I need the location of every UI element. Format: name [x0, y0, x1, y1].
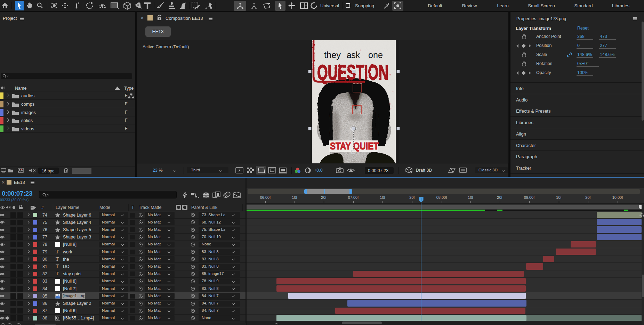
svg-text:STAY QUIET: STAY QUIET [330, 140, 379, 152]
svg-text:they: they [324, 50, 341, 60]
svg-text:one: one [368, 50, 383, 60]
svg-text:ask: ask [347, 50, 360, 60]
